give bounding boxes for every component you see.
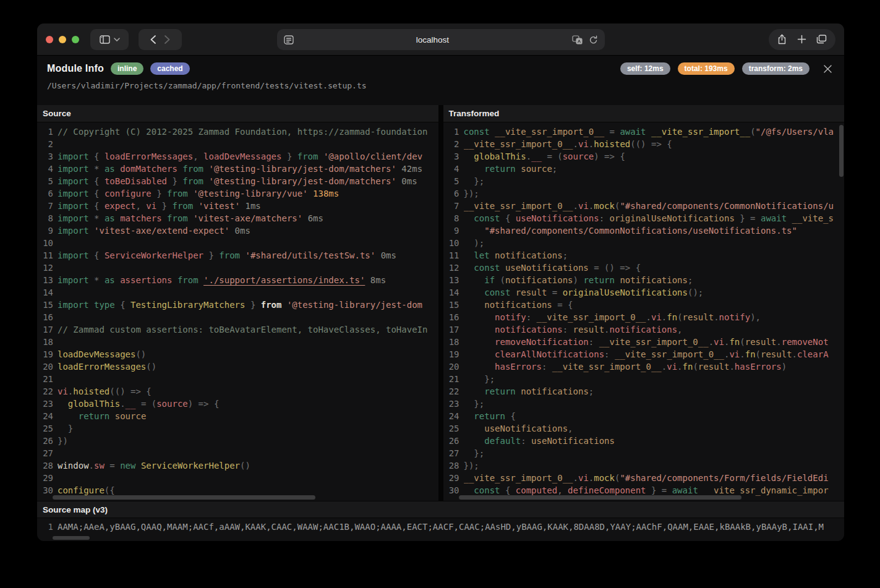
code-line: 13 if (notifications) return notificatio… [443, 274, 845, 286]
code-line: 15import type { TestingLibraryMatchers }… [37, 299, 438, 311]
code-line: 27 [37, 447, 438, 459]
code-panels: Source 1// Copyright (C) 2012-2025 Zamma… [37, 105, 844, 501]
code-line: 5import { toBeDisabled } from '@testing-… [37, 175, 438, 187]
code-line: 9 "#shared/components/CommonNotification… [443, 224, 845, 237]
code-line: 19loadDevMessages() [37, 348, 438, 360]
code-line: 24 return source [37, 410, 438, 422]
code-line: 21 [37, 373, 438, 385]
code-line: 26}) [37, 435, 438, 447]
code-line: 11import { ServiceWorkerHelper } from '#… [37, 249, 438, 262]
code-line: 17// Zammad custom assertions: toBeAvata… [37, 323, 438, 336]
code-line: 16 [37, 311, 438, 323]
panel-title: Transformed [449, 109, 500, 118]
code-line: 7__vite_ssr_import_0__.vi.mock("#shared/… [443, 200, 845, 212]
code-line: 12 const useNotifications = () => { [443, 262, 845, 274]
code-line: 20loadErrorMessages() [37, 360, 438, 373]
code-line: 25 } [37, 422, 438, 435]
code-line: 3import { loadErrorMessages, loadDevMess… [37, 150, 438, 163]
horizontal-scrollbar[interactable] [459, 495, 741, 500]
url-text: localhost [294, 35, 572, 45]
code-lines[interactable]: 1const __vite_ssr_import_0__ = await __v… [443, 122, 845, 501]
reader-icon[interactable] [284, 35, 294, 45]
code-line: 16 notify: __vite_ssr_import_0__.vi.fn(r… [443, 311, 845, 323]
sidebar-icon [100, 35, 110, 44]
new-tab-button[interactable] [797, 35, 806, 44]
code-line: 6import { configure } from '@testing-lib… [37, 187, 438, 200]
panel-header: Transformed [443, 105, 845, 122]
sourcemap-line: 1 AAMA;AAeA,yBAAG,QAAQ,MAAM;AACf,aAAW,KA… [37, 520, 844, 534]
sourcemap-h-scrollbar[interactable] [53, 536, 90, 540]
browser-window: localhost [37, 23, 844, 541]
code-line: 26 default: useNotifications [443, 435, 845, 447]
code-line: 20 hasErrors: __vite_ssr_import_0__.vi.f… [443, 360, 845, 373]
module-file-path: /Users/vladimir/Projects/zammad/app/fron… [47, 81, 834, 90]
code-line: 30configure({ [37, 484, 438, 496]
badge-self-time: self: 12ms [620, 62, 670, 75]
close-window-button[interactable] [46, 36, 53, 43]
code-line: 5 }; [443, 175, 845, 187]
code-line: 21 }; [443, 373, 845, 385]
panel-title: Source [43, 109, 71, 118]
code-line: 23 }; [443, 398, 845, 410]
tabs-overview-button[interactable] [816, 35, 827, 44]
badge-total-time: total: 193ms [678, 62, 735, 75]
chevron-down-icon [114, 38, 120, 41]
code-line: 28window.sw = new ServiceWorkerHelper() [37, 459, 438, 472]
badge-cached: cached [150, 62, 189, 75]
code-line: 11 let notifications; [443, 249, 845, 262]
code-line: 4 return source; [443, 163, 845, 175]
translate-icon[interactable] [572, 35, 583, 45]
code-line: 19 clearAllNotifications: __vite_ssr_imp… [443, 348, 845, 360]
code-line: 25 useNotifications, [443, 422, 845, 435]
code-line: 10 [37, 237, 438, 249]
address-bar[interactable]: localhost [277, 29, 605, 50]
module-info-header: Module Info inlinecached self: 12mstotal… [37, 56, 844, 105]
badge-inline: inline [111, 62, 143, 75]
code-line: 1const __vite_ssr_import_0__ = await __v… [443, 126, 845, 138]
toolbar-right-buttons [769, 29, 835, 50]
code-line: 1// Copyright (C) 2012-2025 Zammad Found… [37, 126, 438, 138]
sourcemap-header: Source map (v3) [37, 501, 844, 518]
back-button[interactable] [150, 35, 156, 44]
code-line: 22vi.hoisted(() => { [37, 385, 438, 398]
code-line: 2 [37, 138, 438, 150]
code-line: 7import { expect, vi } from 'vitest' 1ms [37, 200, 438, 212]
sourcemap-section: Source map (v3) 1 AAMA;AAeA,yBAAG,QAAQ,M… [37, 501, 844, 541]
page-background: localhost [0, 0, 880, 588]
forward-button[interactable] [164, 35, 170, 44]
code-line: 9import 'vitest-axe/extend-expect' 0ms [37, 224, 438, 237]
sourcemap-line-number: 1 [37, 520, 53, 534]
code-line: 14 const result = originalUseNotificatio… [443, 286, 845, 299]
code-line: 3 globalThis.__ = (source) => { [443, 150, 845, 163]
horizontal-scrollbar[interactable] [53, 495, 315, 500]
code-line: 27 }; [443, 447, 845, 459]
code-line: 2__vite_ssr_import_0__.vi.hoisted(() => … [443, 138, 845, 150]
code-line: 18 [37, 336, 438, 348]
code-line: 6}); [443, 187, 845, 200]
code-line: 8 const { useNotifications: originalUseN… [443, 212, 845, 224]
badge-transform-time: transform: 2ms [742, 62, 810, 75]
vertical-scrollbar[interactable] [839, 125, 844, 177]
zoom-window-button[interactable] [72, 36, 79, 43]
status-badges: inlinecached [111, 62, 190, 75]
code-line: 10 ); [443, 237, 845, 249]
sidebar-toggle-button[interactable] [90, 29, 129, 50]
code-line: 29__vite_ssr_import_0__.vi.mock("#shared… [443, 472, 845, 484]
code-panel: Transformed 1const __vite_ssr_import_0__… [443, 105, 845, 501]
page-title: Module Info [47, 63, 104, 74]
minimize-window-button[interactable] [59, 36, 66, 43]
code-line: 17 notifications: result.notifications, [443, 323, 845, 336]
code-line: 4import * as domMatchers from '@testing-… [37, 163, 438, 175]
panel-header: Source [37, 105, 438, 122]
code-lines[interactable]: 1// Copyright (C) 2012-2025 Zammad Found… [37, 122, 438, 501]
browser-toolbar: localhost [37, 23, 844, 56]
reload-icon[interactable] [589, 35, 598, 45]
code-line: 29 [37, 472, 438, 484]
close-panel-button[interactable] [823, 63, 834, 74]
code-line: 18 removeNotification: __vite_ssr_import… [443, 336, 845, 348]
share-button[interactable] [777, 34, 787, 45]
code-line: 22 return notifications; [443, 385, 845, 398]
code-line: 24 return { [443, 410, 845, 422]
code-line: 12 [37, 262, 438, 274]
sourcemap-title: Source map (v3) [43, 505, 108, 514]
